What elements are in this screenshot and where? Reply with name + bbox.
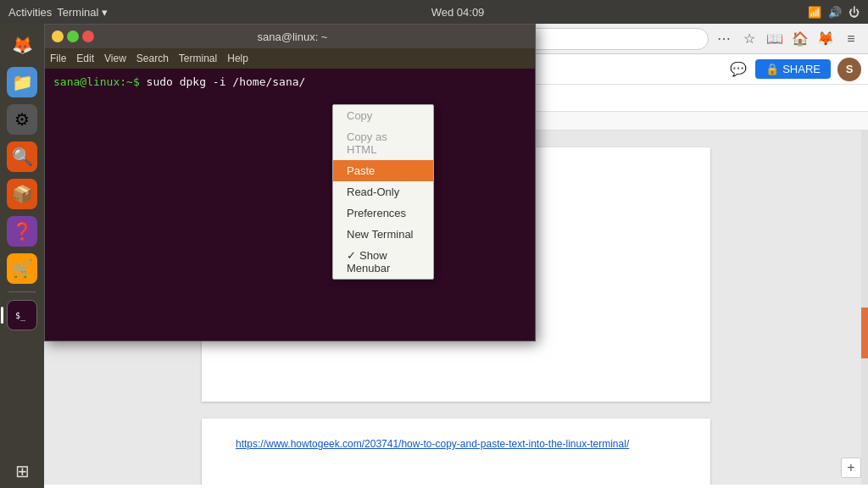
wifi-icon[interactable]: 📶 (808, 6, 821, 19)
menu-search[interactable]: Search (136, 53, 169, 64)
context-item-readonly[interactable]: Read-Only (333, 181, 433, 202)
add-page-button[interactable]: + (841, 458, 861, 478)
terminal-body: sana@linux:~$ sudo dpkg -i /home/sana/ (45, 69, 535, 95)
dock: 🦊 📁 ⚙ 🔍 📦 ❓ 🛒 $_ ⊞ (0, 24, 44, 488)
dropdown-icon[interactable]: ▾ (102, 6, 108, 19)
dock-item-help[interactable]: ❓ (4, 214, 40, 249)
system-tray: 📶 🔊 ⏻ (808, 6, 860, 19)
dock-item-files[interactable]: 📁 (4, 64, 40, 100)
dock-item-search[interactable]: 🔍 (4, 139, 40, 175)
terminal-indicator: Terminal ▾ (57, 6, 108, 19)
datetime: Wed 04:09 (431, 6, 485, 19)
minimize-button[interactable] (52, 30, 64, 42)
power-icon[interactable]: ⏻ (849, 6, 860, 19)
context-item-preferences[interactable]: Preferences (333, 202, 433, 224)
dock-separator (8, 291, 36, 292)
svg-text:$_: $_ (15, 311, 26, 321)
docs-scrollbar[interactable] (861, 130, 868, 485)
terminal-title: sana@linux: ~ (94, 30, 491, 43)
sound-icon[interactable]: 🔊 (828, 6, 842, 19)
main-area: ‹ › ↻ 0qYA2uZIZ0ekKOrLYrgc/... ⋯ ☆ 📖 🏠 🦊… (44, 24, 868, 488)
bookmarks-icon[interactable]: ⋯ (714, 29, 734, 49)
bookmark-star-icon[interactable]: ☆ (739, 29, 760, 49)
reading-mode-icon[interactable]: 📖 (765, 29, 785, 49)
system-bar-left: Activities Terminal ▾ (8, 6, 108, 19)
check-icon: ✓ (347, 249, 356, 262)
firefox-toolbar-right: ⋯ ☆ 📖 🏠 🦊 ≡ (714, 29, 861, 49)
docs-page-2: https://www.howtogeek.com/203741/how-to-… (202, 419, 710, 485)
context-item-copy-html[interactable]: Copy as HTML (333, 126, 433, 160)
terminal-menubar: File Edit View Search Terminal Help (45, 48, 535, 69)
terminal-command[interactable]: sudo dpkg -i /home/sana/ (140, 75, 306, 88)
dock-item-software[interactable]: 📦 (4, 176, 40, 212)
share-label: SHARE (782, 63, 821, 75)
context-item-new-terminal[interactable]: New Terminal (333, 224, 433, 245)
avatar[interactable]: S (837, 58, 861, 81)
menu-view[interactable]: View (104, 53, 126, 64)
context-menu: Copy Copy as HTML Paste Read-Only Prefer… (332, 104, 434, 280)
menu-file[interactable]: File (50, 53, 66, 64)
dock-grid[interactable]: ⊞ (15, 461, 30, 481)
firefox-icon[interactable]: 🦊 (815, 29, 836, 49)
menu-help[interactable]: Help (227, 53, 248, 64)
docs-link[interactable]: https://www.howtogeek.com/203741/how-to-… (236, 438, 629, 450)
dock-item-settings[interactable]: ⚙ (4, 102, 40, 137)
comments-icon[interactable]: 💬 (728, 59, 748, 80)
docs-scrollbar-thumb[interactable] (861, 308, 868, 358)
lock-icon: 🔒 (765, 63, 779, 75)
container-icon[interactable]: 🏠 (790, 29, 810, 49)
context-item-paste[interactable]: Paste (333, 160, 433, 181)
docs-toolbar-right: 💬 🔒 SHARE S (728, 58, 861, 81)
menu-icon[interactable]: ≡ (841, 29, 861, 49)
terminal-controls (52, 30, 94, 42)
system-bar: Activities Terminal ▾ Wed 04:09 📶 🔊 ⏻ (0, 0, 868, 24)
dock-item-terminal[interactable]: $_ (4, 297, 40, 333)
close-button[interactable] (82, 30, 94, 42)
terminal-window: sana@linux: ~ File Edit View Search Term… (44, 24, 536, 341)
context-item-copy[interactable]: Copy (333, 105, 433, 126)
maximize-button[interactable] (67, 30, 79, 42)
dock-item-amazon[interactable]: 🛒 (4, 251, 40, 286)
context-item-show-menubar[interactable]: ✓Show Menubar (333, 245, 433, 279)
terminal-prompt: sana@linux:~$ (53, 75, 140, 88)
dock-item-firefox[interactable]: 🦊 (4, 27, 40, 63)
activities-label[interactable]: Activities (8, 6, 52, 19)
menu-edit[interactable]: Edit (76, 53, 94, 64)
share-button[interactable]: 🔒 SHARE (755, 59, 831, 79)
menu-terminal[interactable]: Terminal (179, 53, 217, 64)
terminal-label[interactable]: Terminal (57, 6, 98, 19)
terminal-titlebar: sana@linux: ~ (45, 25, 535, 48)
